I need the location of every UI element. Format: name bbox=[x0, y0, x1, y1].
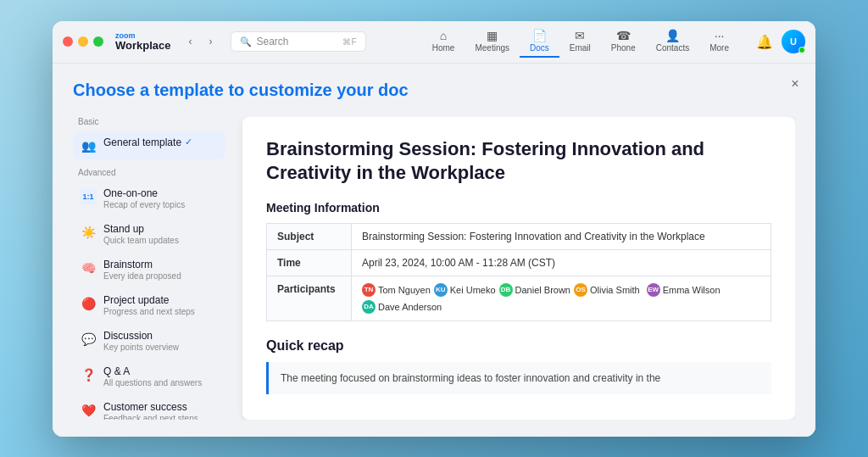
customer-success-icon: ❤️ bbox=[80, 402, 97, 419]
participants-value: TN Tom Nguyen KU Kei Umeko DB bbox=[352, 276, 771, 320]
discussion-desc: Key points overview bbox=[103, 343, 219, 352]
forward-button[interactable]: › bbox=[202, 32, 220, 51]
template-item-customer-success[interactable]: ❤️ Customer success Feedback and next st… bbox=[73, 396, 225, 420]
brainstorm-name: Brainstorm bbox=[103, 259, 219, 270]
subject-value: Brainstorming Session: Fostering Innovat… bbox=[352, 223, 771, 249]
one-on-one-icon: 1:1 bbox=[80, 188, 97, 205]
home-label: Home bbox=[432, 43, 455, 53]
doc-title: Brainstorming Session: Fostering Innovat… bbox=[266, 137, 771, 186]
docs-label: Docs bbox=[530, 43, 549, 53]
template-item-brainstorm[interactable]: 🧠 Brainstorm Every idea proposed bbox=[73, 254, 225, 286]
nav-arrows: ‹ › bbox=[181, 32, 220, 51]
participant-chip-6: DA Dave Anderson bbox=[362, 300, 442, 314]
recap-text: The meeting focused on brainstorming ide… bbox=[281, 372, 660, 384]
check-icon: ✓ bbox=[185, 137, 192, 148]
participant-avatar-1: TN bbox=[362, 283, 376, 297]
general-template-text: General template ✓ bbox=[103, 137, 219, 148]
participant-avatar-3: DB bbox=[499, 283, 513, 297]
basic-section-label: Basic bbox=[73, 117, 225, 126]
contacts-label: Contacts bbox=[656, 43, 689, 53]
brand-logo: zoom Workplace bbox=[115, 32, 171, 51]
qa-name: Q & A bbox=[103, 365, 219, 377]
general-template-name: General template ✓ bbox=[103, 137, 219, 148]
header-right: 🔔 U bbox=[756, 30, 805, 53]
close-button[interactable]: × bbox=[785, 74, 805, 94]
traffic-lights bbox=[63, 36, 103, 47]
participant-avatar-4: OS bbox=[574, 283, 587, 297]
participant-avatar-2: KU bbox=[434, 283, 448, 297]
phone-label: Phone bbox=[611, 43, 636, 53]
more-icon: ··· bbox=[715, 29, 725, 42]
one-on-one-name: One-on-one bbox=[103, 187, 219, 199]
tab-contacts[interactable]: 👤 Contacts bbox=[646, 25, 699, 58]
tab-home[interactable]: ⌂ Home bbox=[422, 25, 465, 58]
avatar[interactable]: U bbox=[782, 30, 805, 53]
quick-recap-heading: Quick recap bbox=[266, 338, 771, 354]
template-item-general[interactable]: 👥 General template ✓ bbox=[73, 131, 225, 159]
minimize-traffic-light[interactable] bbox=[78, 36, 88, 47]
title-bar: zoom Workplace ‹ › 🔍 Search ⌘F ⌂ Home ▦ … bbox=[53, 21, 815, 64]
maximize-traffic-light[interactable] bbox=[93, 36, 103, 47]
nav-tabs: ⌂ Home ▦ Meetings 📄 Docs ✉ Email ☎ Phone… bbox=[422, 25, 739, 58]
advanced-section-label: Advanced bbox=[73, 168, 225, 177]
contacts-icon: 👤 bbox=[665, 29, 680, 42]
customer-success-name: Customer success bbox=[103, 401, 219, 413]
meetings-icon: ▦ bbox=[487, 29, 498, 42]
participant-chip-1: TN Tom Nguyen bbox=[362, 283, 431, 297]
tab-email[interactable]: ✉ Email bbox=[559, 25, 601, 58]
template-item-standup[interactable]: ☀️ Stand up Quick team updates bbox=[73, 218, 225, 250]
home-icon: ⌂ bbox=[440, 29, 447, 42]
main-content: × Choose a template to customize your do… bbox=[53, 64, 815, 437]
tab-phone[interactable]: ☎ Phone bbox=[601, 25, 646, 58]
more-label: More bbox=[709, 43, 729, 53]
brainstorm-desc: Every idea proposed bbox=[103, 271, 219, 281]
standup-name: Stand up bbox=[103, 223, 219, 235]
dialog-overlay: × Choose a template to customize your do… bbox=[53, 64, 815, 437]
back-button[interactable]: ‹ bbox=[181, 32, 200, 51]
template-sidebar: Basic 👥 General template ✓ Advanced 1:1 bbox=[73, 117, 225, 420]
time-value: April 23, 2024, 10:00 AM - 11:28 AM (CST… bbox=[352, 249, 771, 276]
participant-avatar-6: DA bbox=[362, 300, 376, 314]
subject-label: Subject bbox=[267, 223, 352, 249]
project-update-desc: Progress and next steps bbox=[103, 307, 219, 316]
search-icon: 🔍 bbox=[240, 36, 252, 47]
notification-bell-icon[interactable]: 🔔 bbox=[756, 34, 773, 50]
participant-chip-3: DB Daniel Brown bbox=[499, 283, 570, 297]
dialog-title: Choose a template to customize your doc bbox=[73, 81, 795, 100]
online-status-dot bbox=[798, 47, 805, 53]
table-row-time: Time April 23, 2024, 10:00 AM - 11:28 AM… bbox=[267, 249, 771, 276]
discussion-name: Discussion bbox=[103, 330, 219, 342]
recap-box: The meeting focused on brainstorming ide… bbox=[266, 362, 771, 394]
brainstorm-icon: 🧠 bbox=[80, 259, 97, 276]
email-label: Email bbox=[570, 43, 591, 53]
email-icon: ✉ bbox=[575, 29, 585, 42]
participant-avatar-5: EW bbox=[647, 283, 660, 297]
template-item-one-on-one[interactable]: 1:1 One-on-one Recap of every topics bbox=[73, 182, 225, 215]
one-on-one-desc: Recap of every topics bbox=[103, 200, 219, 209]
search-placeholder: Search bbox=[257, 36, 289, 47]
template-item-qa[interactable]: ❓ Q & A All questions and answers bbox=[73, 360, 225, 393]
template-preview: Brainstorming Session: Fostering Innovat… bbox=[242, 117, 795, 420]
templates-layout: Basic 👥 General template ✓ Advanced 1:1 bbox=[73, 117, 795, 420]
participant-chip-5: EW Emma Wilson bbox=[647, 283, 721, 297]
standup-desc: Quick team updates bbox=[103, 236, 219, 245]
app-window: zoom Workplace ‹ › 🔍 Search ⌘F ⌂ Home ▦ … bbox=[53, 21, 815, 437]
participant-chip-2: KU Kei Umeko bbox=[434, 283, 496, 297]
participants-cell: TN Tom Nguyen KU Kei Umeko DB bbox=[362, 283, 760, 314]
template-item-discussion[interactable]: 💬 Discussion Key points overview bbox=[73, 325, 225, 357]
standup-icon: ☀️ bbox=[80, 224, 97, 241]
template-item-project-update[interactable]: 🔴 Project update Progress and next steps bbox=[73, 289, 225, 321]
tab-docs[interactable]: 📄 Docs bbox=[520, 25, 559, 58]
qa-desc: All questions and answers bbox=[103, 378, 219, 387]
tab-more[interactable]: ··· More bbox=[699, 25, 739, 58]
tab-meetings[interactable]: ▦ Meetings bbox=[465, 25, 520, 58]
table-row-participants: Participants TN Tom Nguyen KU K bbox=[267, 276, 771, 320]
general-template-icon: 👥 bbox=[80, 137, 97, 154]
discussion-icon: 💬 bbox=[80, 331, 97, 348]
workplace-label: Workplace bbox=[115, 40, 171, 51]
search-bar[interactable]: 🔍 Search ⌘F bbox=[231, 31, 366, 52]
docs-icon: 📄 bbox=[532, 29, 547, 42]
phone-icon: ☎ bbox=[616, 29, 631, 42]
time-label: Time bbox=[267, 249, 352, 276]
close-traffic-light[interactable] bbox=[63, 36, 73, 47]
